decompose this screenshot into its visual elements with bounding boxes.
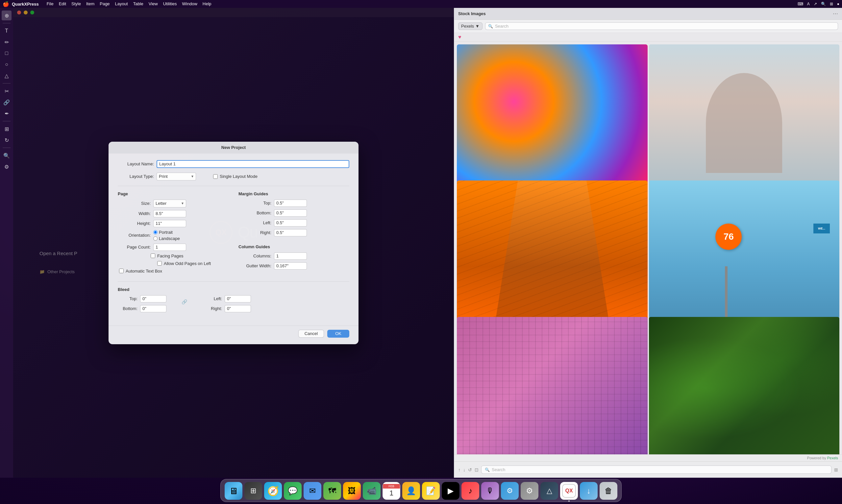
allow-odd-pages-checkbox[interactable] [157, 261, 162, 266]
margin-bottom-input[interactable] [274, 210, 307, 217]
dock-contacts[interactable]: 👤 [402, 482, 420, 500]
layout-name-input[interactable] [157, 160, 349, 168]
cancel-button[interactable]: Cancel [298, 330, 324, 338]
single-layout-mode-checkbox[interactable] [213, 174, 218, 179]
stock-bottom-search-box[interactable]: 🔍 [481, 466, 831, 474]
columns-input[interactable] [274, 252, 307, 260]
stock-filter-dropdown[interactable]: Pexels ▼ [458, 22, 483, 30]
stock-panel-more-button[interactable]: ⋯ [833, 11, 838, 17]
stock-image-leaves[interactable] [649, 317, 840, 454]
bottom-icon-2[interactable]: ↓ [463, 467, 465, 472]
bottom-icon-4[interactable]: ⊡ [474, 467, 479, 472]
tool-polygon[interactable]: △ [2, 71, 12, 80]
columns-row: Columns: [238, 252, 349, 260]
tool-select[interactable]: ⊕ [2, 11, 12, 20]
menubar-icon-search[interactable]: 🔍 [821, 2, 826, 6]
dock-messages[interactable]: 💬 [284, 482, 302, 500]
stock-heart-icon[interactable]: ♥ [458, 34, 462, 40]
dock-quarkxpress[interactable]: QX [560, 482, 578, 500]
menu-window[interactable]: Window [180, 0, 200, 8]
dock-calendar[interactable]: FEB 1 [382, 482, 400, 500]
tool-pencil[interactable]: ✏ [2, 37, 12, 47]
stock-search-box[interactable]: 🔍 [485, 22, 838, 30]
dock-system-preferences[interactable]: ⚙ [521, 482, 538, 500]
bottom-icon-3[interactable]: ↺ [468, 467, 472, 472]
menu-file[interactable]: File [44, 0, 56, 8]
menu-edit[interactable]: Edit [56, 0, 69, 8]
dock-trash[interactable]: 🗑 [599, 482, 617, 500]
menubar-icon-font[interactable]: A [807, 2, 810, 6]
stock-search-input[interactable] [495, 24, 835, 29]
menu-table[interactable]: Table [130, 0, 146, 8]
gutter-width-input[interactable] [274, 262, 307, 270]
dock-maps[interactable]: 🗺 [323, 482, 341, 500]
tool-link[interactable]: 🔗 [2, 97, 12, 107]
menu-page[interactable]: Page [97, 0, 112, 8]
apple-menu[interactable]: 🍎 [3, 1, 9, 7]
dock-instruments[interactable]: ⚙ [501, 482, 519, 500]
width-input[interactable] [153, 210, 186, 217]
margin-top-input[interactable] [274, 200, 307, 207]
dock-finder[interactable]: 🖥 [225, 482, 243, 500]
bottom-icon-1[interactable]: ↑ [458, 467, 461, 472]
menu-item[interactable]: Item [84, 0, 97, 8]
tool-scissors[interactable]: ✂ [2, 86, 12, 96]
automatic-text-box-checkbox[interactable] [119, 269, 124, 273]
gutter-width-label: Gutter Width: [238, 263, 271, 268]
page-size-select[interactable]: Letter Legal A4 Custom [153, 200, 186, 208]
menu-help[interactable]: Help [200, 0, 214, 8]
tool-text[interactable]: T [2, 26, 12, 36]
menu-view[interactable]: View [146, 0, 161, 8]
menubar-icon-grid[interactable]: ⊞ [830, 2, 833, 6]
dock-facetime[interactable]: 📹 [363, 482, 380, 500]
stock-bottom-right-icon[interactable]: ⊞ [834, 467, 838, 472]
stock-image-76[interactable]: 76 WE... [649, 180, 840, 324]
tool-rectangle[interactable]: □ [2, 48, 12, 58]
layout-type-select[interactable]: Print Digital Web [157, 173, 196, 180]
dock-appletv[interactable]: ▶ [442, 482, 460, 500]
stock-bottom-search-input[interactable] [492, 467, 828, 472]
bleed-right-input[interactable] [225, 305, 251, 312]
stock-image-orange-arch[interactable] [457, 180, 648, 324]
tool-misc[interactable]: ⚙ [2, 162, 12, 172]
dock-mail[interactable]: ✉ [304, 482, 321, 500]
menubar-right: ⌨ A ↗ 🔍 ⊞ ● [798, 2, 839, 6]
menu-layout[interactable]: Layout [112, 0, 130, 8]
tool-pen[interactable]: ✒ [2, 108, 12, 118]
menu-utilities[interactable]: Utilities [161, 0, 180, 8]
stock-image-flowers[interactable] [457, 44, 648, 187]
dock-podcasts[interactable]: 🎙 [481, 482, 499, 500]
menu-style[interactable]: Style [69, 0, 84, 8]
tool-ellipse[interactable]: ○ [2, 59, 12, 69]
dock-photos[interactable]: 🖼 [343, 482, 361, 500]
dock-downloader[interactable]: ↓ [580, 482, 598, 500]
landscape-label: Landscape [159, 236, 180, 241]
bleed-bottom-input[interactable] [140, 305, 166, 312]
stock-image-woman[interactable] [649, 44, 840, 187]
margin-left-input[interactable] [274, 219, 307, 227]
pexels-link[interactable]: Pexels [827, 456, 838, 460]
menubar-icon-arrow[interactable]: ↗ [814, 2, 817, 6]
dock-notes[interactable]: 📝 [422, 482, 440, 500]
portrait-radio[interactable] [153, 230, 158, 234]
tool-zoom[interactable]: 🔍 [2, 150, 12, 160]
menubar-icon-battery[interactable]: ● [837, 2, 839, 6]
ok-button[interactable]: OK [327, 330, 349, 338]
dock-music[interactable]: ♪ [462, 482, 479, 500]
bleed-right-fields: Left: Right: [202, 295, 251, 312]
margin-right-input[interactable] [274, 229, 307, 236]
tool-table[interactable]: ⊞ [2, 124, 12, 134]
tool-rotate[interactable]: ↻ [2, 135, 12, 145]
dock-launchpad[interactable]: ⊞ [244, 482, 262, 500]
bleed-left-input[interactable] [225, 295, 251, 303]
menubar-icon-keyboard[interactable]: ⌨ [798, 2, 803, 6]
dock-safari[interactable]: 🧭 [264, 482, 282, 500]
height-input[interactable] [153, 220, 186, 227]
landscape-option: Landscape [153, 236, 180, 241]
stock-image-pink-building[interactable] [457, 317, 648, 454]
landscape-radio[interactable] [153, 236, 158, 241]
page-count-input[interactable] [153, 244, 186, 251]
dock-altimeter[interactable]: △ [540, 482, 558, 500]
facing-pages-checkbox[interactable] [151, 253, 155, 258]
bleed-top-input[interactable] [140, 295, 166, 303]
